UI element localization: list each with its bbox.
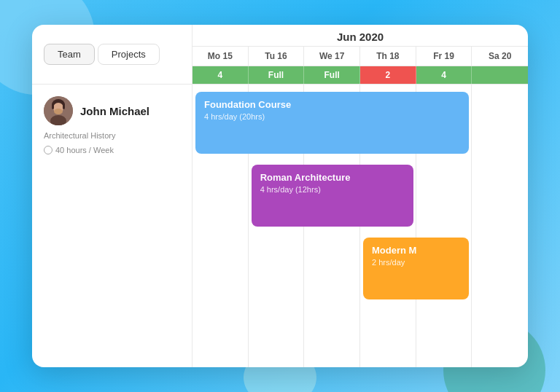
card-body: John Michael Architectural History 40 ho… bbox=[32, 85, 528, 367]
cap-3: 2 bbox=[360, 66, 416, 84]
event-title-roman: Roman Architecture bbox=[260, 172, 405, 183]
cap-4: 4 bbox=[416, 66, 472, 84]
svg-point-3 bbox=[54, 109, 63, 114]
tabs-area: Team Projects bbox=[32, 25, 192, 84]
cap-1: Full bbox=[249, 66, 305, 84]
tab-team[interactable]: Team bbox=[44, 44, 95, 65]
event-title-modern: Modern M bbox=[372, 245, 460, 256]
day-5: Sa 20 bbox=[472, 47, 528, 66]
user-details: John Michael bbox=[80, 105, 149, 117]
day-3: Th 18 bbox=[360, 47, 416, 66]
sidebar: John Michael Architectural History 40 ho… bbox=[32, 85, 192, 367]
user-hours: 40 hours / Week bbox=[44, 146, 180, 154]
event-sub-modern: 2 hrs/day bbox=[372, 258, 460, 267]
tab-projects[interactable]: Projects bbox=[98, 44, 160, 65]
grid-area: Foundation Course4 hrs/day (20hrs)Roman … bbox=[192, 85, 528, 367]
day-1: Tu 16 bbox=[249, 47, 305, 66]
user-info: John Michael bbox=[44, 96, 180, 125]
cap-5 bbox=[472, 66, 528, 84]
card-header: Team Projects Jun 2020 Mo 15 Tu 16 We 17… bbox=[32, 25, 528, 85]
days-row: Mo 15 Tu 16 We 17 Th 18 Fr 19 Sa 20 bbox=[192, 47, 528, 66]
event-roman[interactable]: Roman Architecture4 hrs/day (12hrs) bbox=[252, 165, 413, 227]
avatar bbox=[44, 96, 73, 125]
events-overlay: Foundation Course4 hrs/day (20hrs)Roman … bbox=[192, 85, 528, 367]
calendar-header: Jun 2020 Mo 15 Tu 16 We 17 Th 18 Fr 19 S… bbox=[192, 25, 528, 84]
svg-rect-6 bbox=[63, 103, 65, 109]
svg-rect-5 bbox=[52, 103, 54, 109]
event-title-foundation: Foundation Course bbox=[204, 99, 460, 110]
month-label: Jun 2020 bbox=[192, 25, 528, 47]
event-foundation[interactable]: Foundation Course4 hrs/day (20hrs) bbox=[195, 92, 469, 154]
hours-label: 40 hours / Week bbox=[55, 146, 114, 154]
user-name: John Michael bbox=[80, 105, 149, 117]
event-sub-roman: 4 hrs/day (12hrs) bbox=[260, 185, 405, 194]
day-2: We 17 bbox=[304, 47, 360, 66]
event-sub-foundation: 4 hrs/day (20hrs) bbox=[204, 112, 460, 121]
main-card: Team Projects Jun 2020 Mo 15 Tu 16 We 17… bbox=[32, 25, 528, 367]
user-role: Architectural History bbox=[44, 131, 180, 140]
clock-icon bbox=[44, 146, 52, 154]
cap-0: 4 bbox=[192, 66, 249, 84]
day-0: Mo 15 bbox=[192, 47, 249, 66]
event-modern[interactable]: Modern M2 hrs/day bbox=[363, 238, 469, 299]
capacity-row: 4 Full Full 2 4 bbox=[192, 66, 528, 84]
day-4: Fr 19 bbox=[416, 47, 472, 66]
cap-2: Full bbox=[304, 66, 360, 84]
